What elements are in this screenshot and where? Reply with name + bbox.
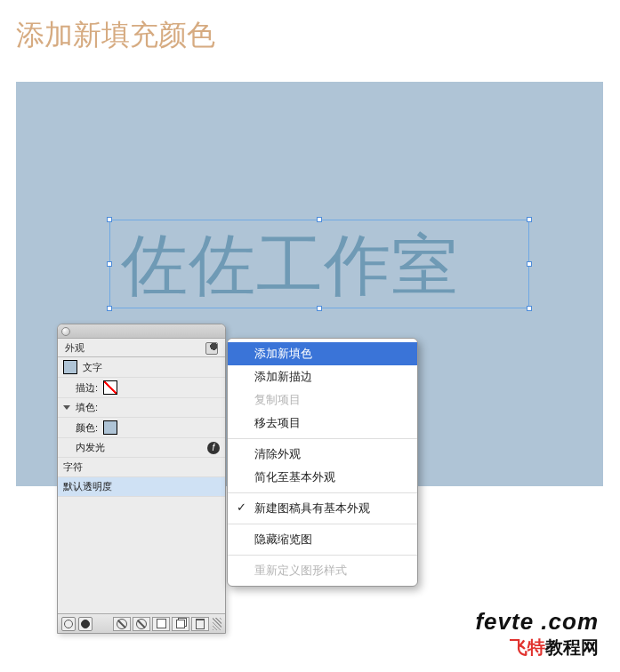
menu-clear-appearance[interactable]: 清除外观 [228,443,417,466]
no-fill-button[interactable] [133,617,150,631]
panel-tab-label[interactable]: 外观 [65,341,85,355]
stroke-swatch-icon[interactable] [103,380,117,395]
menu-separator [228,492,417,493]
disclosure-triangle-icon[interactable] [63,405,70,410]
panel-tab-bar: 外观 [58,339,225,357]
handle-mr[interactable] [527,261,532,267]
panel-titlebar[interactable] [58,324,225,339]
menu-separator [228,524,417,524]
fill-color-swatch-icon[interactable] [103,420,117,435]
delete-button[interactable] [191,617,209,631]
watermark-brand: 飞特 [510,637,545,657]
handle-br[interactable] [527,306,532,311]
menu-separator [228,438,417,439]
object-swatch-icon [63,360,77,374]
fx-indicator-icon[interactable]: f [207,442,220,454]
handle-bl[interactable] [107,306,112,311]
fill-row[interactable]: 填色: [58,398,225,418]
panel-footer [58,613,225,633]
color-row[interactable]: 颜色: [58,418,225,438]
menu-reduce-basic[interactable]: 简化至基本外观 [228,466,417,489]
inner-glow-label: 内发光 [76,441,105,454]
clear-button[interactable] [113,617,131,631]
handle-bc[interactable] [317,306,322,311]
stroke-label: 描边: [76,381,98,395]
menu-add-stroke[interactable]: 添加新描边 [228,365,417,388]
opacity-row[interactable]: 默认透明度 [58,477,225,497]
object-type-row[interactable]: 文字 [58,357,225,378]
watermark-rest: 教程网 [545,637,599,657]
handle-tc[interactable] [317,217,322,222]
menu-add-fill[interactable]: 添加新填色 [228,342,417,365]
panel-body: 文字 描边: 填色: 颜色: 内发光 f 字符 默认透明度 [58,357,225,633]
opacity-label: 默认透明度 [63,480,112,493]
fill-label: 填色: [76,401,98,414]
text-content: 佐佐工作室 [110,220,528,309]
handle-ml[interactable] [107,261,112,267]
chars-label: 字符 [63,460,83,474]
duplicate-button[interactable] [172,617,189,631]
text-object-selection[interactable]: 佐佐工作室 [109,220,529,308]
menu-new-art-basic[interactable]: 新建图稿具有基本外观 [228,497,417,520]
watermark-sub: 飞特教程网 [475,636,599,660]
flyout-menu-icon[interactable] [205,342,218,355]
menu-remove-item[interactable]: 移去项目 [228,412,417,435]
handle-tr[interactable] [527,217,532,222]
toggle-off-icon[interactable] [61,617,76,631]
inner-glow-row[interactable]: 内发光 f [58,438,225,458]
menu-redefine-style: 重新定义图形样式 [228,559,417,582]
appearance-panel: 外观 文字 描边: 填色: 颜色: 内发光 f 字符 默认透明度 [57,324,226,634]
resize-grip-icon[interactable] [213,618,221,630]
object-type-label: 文字 [83,361,102,374]
stroke-row[interactable]: 描边: [58,378,225,398]
flyout-menu: 添加新填色 添加新描边 复制项目 移去项目 清除外观 简化至基本外观 新建图稿具… [227,338,418,587]
watermark-domain: fevte .com [475,608,599,636]
menu-hide-thumbnail[interactable]: 隐藏缩览图 [228,528,417,551]
menu-duplicate-item: 复制项目 [228,388,417,412]
page-title: 添加新填充颜色 [0,0,620,55]
menu-separator [228,555,417,556]
handle-tl[interactable] [107,217,112,222]
new-item-button[interactable] [152,617,170,631]
color-label: 颜色: [76,421,98,435]
close-dot-icon[interactable] [61,327,70,336]
watermark: fevte .com 飞特教程网 [475,608,599,660]
toggle-on-icon[interactable] [78,617,93,631]
chars-row[interactable]: 字符 [58,458,225,477]
